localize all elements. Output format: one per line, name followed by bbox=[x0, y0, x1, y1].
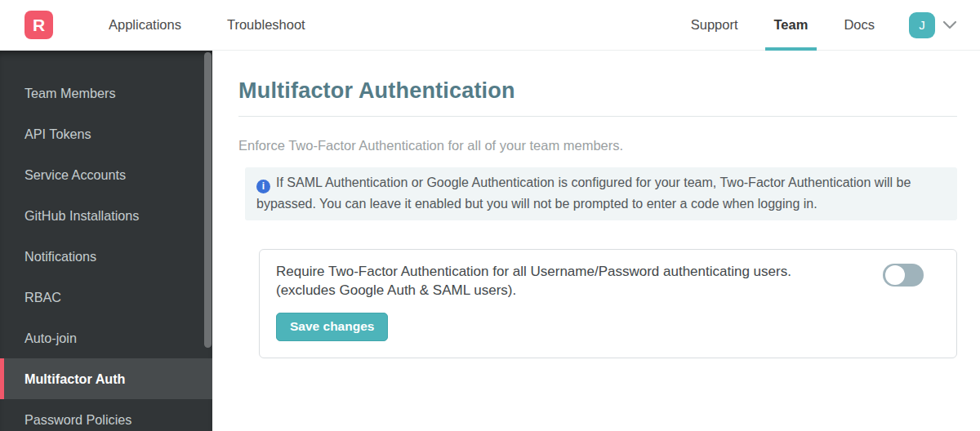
nav-right-group: Support Team Docs J bbox=[673, 0, 957, 50]
twofa-toggle-knob bbox=[885, 265, 905, 285]
twofa-setting-card: Require Two-Factor Authentication for al… bbox=[259, 249, 957, 358]
app-body: Team Members API Tokens Service Accounts… bbox=[0, 51, 980, 431]
sidebar-list: Team Members API Tokens Service Accounts… bbox=[0, 51, 212, 431]
page-title: Multifactor Authentication bbox=[238, 78, 957, 104]
user-avatar[interactable]: J bbox=[909, 12, 935, 38]
nav-team-label: Team bbox=[774, 17, 808, 33]
logo-letter: R bbox=[33, 16, 45, 35]
sidebar-scrollbar-thumb[interactable] bbox=[204, 52, 212, 348]
sidebar-item-password-policies[interactable]: Password Policies bbox=[0, 399, 212, 431]
sidebar-item-github-installations[interactable]: GitHub Installations bbox=[0, 195, 212, 236]
active-tab-underline bbox=[765, 47, 817, 51]
sidebar-item-notifications[interactable]: Notifications bbox=[0, 236, 212, 277]
title-divider bbox=[238, 116, 957, 117]
sidebar-item-rbac[interactable]: RBAC bbox=[0, 277, 212, 318]
nav-applications[interactable]: Applications bbox=[86, 0, 204, 50]
sidebar-item-api-tokens[interactable]: API Tokens bbox=[0, 113, 212, 154]
sidebar-item-service-accounts[interactable]: Service Accounts bbox=[0, 154, 212, 195]
twofa-setting-label: Require Two-Factor Authentication for al… bbox=[276, 262, 791, 300]
nav-team[interactable]: Team bbox=[756, 0, 826, 50]
info-callout-text: If SAML Authentication or Google Authent… bbox=[256, 176, 911, 211]
twofa-setting-row: Require Two-Factor Authentication for al… bbox=[276, 262, 940, 300]
info-icon: i bbox=[256, 180, 270, 193]
twofa-setting-label-line1: Require Two-Factor Authentication for al… bbox=[276, 262, 791, 281]
rollbar-logo[interactable]: R bbox=[24, 11, 53, 39]
twofa-setting-label-line2: (excludes Google Auth & SAML users). bbox=[276, 281, 791, 300]
info-callout: iIf SAML Authentication or Google Authen… bbox=[245, 167, 957, 220]
main-content: Multifactor Authentication Enforce Two-F… bbox=[212, 51, 980, 431]
twofa-toggle[interactable] bbox=[883, 264, 924, 287]
nav-troubleshoot[interactable]: Troubleshoot bbox=[204, 0, 328, 50]
avatar-initial: J bbox=[919, 18, 925, 32]
sidebar-item-team-members[interactable]: Team Members bbox=[0, 73, 212, 113]
nav-support[interactable]: Support bbox=[673, 0, 756, 50]
top-navbar: R Applications Troubleshoot Support Team… bbox=[0, 0, 980, 51]
sidebar-item-multifactor-auth[interactable]: Multifactor Auth bbox=[0, 358, 212, 399]
page-subtitle: Enforce Two-Factor Authentication for al… bbox=[238, 138, 957, 153]
sidebar-item-auto-join[interactable]: Auto-join bbox=[0, 318, 212, 358]
settings-sidebar: Team Members API Tokens Service Accounts… bbox=[0, 51, 212, 431]
nav-docs[interactable]: Docs bbox=[826, 0, 893, 50]
save-changes-button[interactable]: Save changes bbox=[276, 313, 388, 341]
nav-left-group: Applications Troubleshoot bbox=[86, 0, 328, 50]
chevron-down-icon[interactable] bbox=[942, 20, 957, 29]
